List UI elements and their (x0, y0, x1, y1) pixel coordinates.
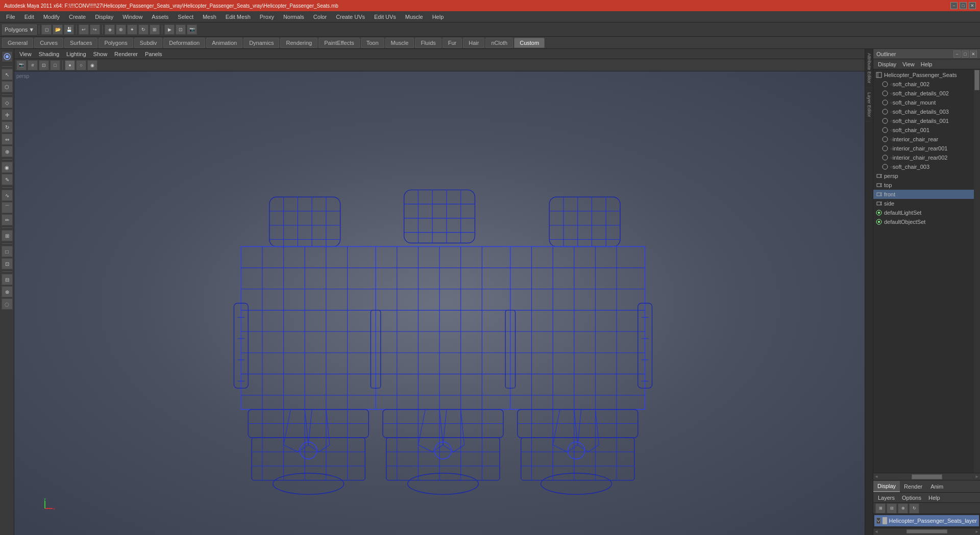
menu-item-edit-mesh[interactable]: Edit Mesh (222, 12, 255, 22)
tree-item-persp[interactable]: persp (873, 171, 974, 181)
outliner-menu-view[interactable]: View (900, 61, 917, 68)
scale-tool[interactable]: ⇔ (2, 134, 13, 145)
tree-item-Helicopter_Passenger_Seats[interactable]: Helicopter_Passenger_Seats (873, 70, 974, 80)
viewport-menu-renderer[interactable]: Renderer (111, 50, 141, 58)
tree-item-soft_chair_001[interactable]: ○ soft_chair_001 (873, 125, 974, 135)
shelf-tab-subdiv[interactable]: Subdiv (134, 38, 163, 48)
scroll-right-arrow[interactable]: ► (975, 474, 979, 479)
shelf-tab-toon[interactable]: Toon (361, 38, 384, 48)
menu-item-create[interactable]: Create (65, 12, 90, 22)
close-button[interactable]: ✕ (969, 2, 976, 9)
menu-item-window[interactable]: Window (118, 12, 146, 22)
select-icon[interactable]: ◈ (105, 24, 115, 35)
shelf-tab-fluids[interactable]: Fluids (415, 38, 441, 48)
tree-item-soft_chair_details_002[interactable]: ○ soft_chair_details_002 (873, 89, 974, 98)
menu-item-file[interactable]: File (2, 12, 19, 22)
mode-dropdown[interactable]: Polygons ▼ (2, 24, 37, 35)
menu-item-display[interactable]: Display (91, 12, 117, 22)
viewport-3d[interactable]: persp .wire { stroke: #1a2aaa; stroke-wi… (14, 71, 865, 535)
shelf-tab-muscle[interactable]: Muscle (385, 38, 414, 48)
snapshot-icon[interactable]: 📷 (187, 24, 197, 35)
menu-item-create-uvs[interactable]: Create UVs (332, 12, 369, 22)
menu-item-proxy[interactable]: Proxy (256, 12, 278, 22)
menu-item-edit[interactable]: Edit (20, 12, 38, 22)
lasso-tool[interactable]: ◇ (2, 97, 13, 108)
outliner-float[interactable]: □ (962, 50, 969, 58)
shelf-tab-dynamics[interactable]: Dynamics (243, 38, 279, 48)
shelf-tab-fur[interactable]: Fur (443, 38, 462, 48)
menu-item-mesh[interactable]: Mesh (199, 12, 220, 22)
vp-wireframe-icon[interactable]: ⊡ (39, 60, 49, 70)
layer-editor-tab[interactable]: Layer Editor (865, 88, 873, 122)
open-scene-icon[interactable]: 📂 (53, 24, 63, 35)
tree-item-soft_chair_mount[interactable]: ○ soft_chair_mount (873, 98, 974, 107)
ipr-icon[interactable]: ⊡ (176, 24, 186, 35)
tree-item-interior_chair_rear[interactable]: ○ interior_chair_rear (873, 135, 974, 144)
pencil-tool[interactable]: ✏ (2, 214, 13, 225)
shelf-tab-animation[interactable]: Animation (206, 38, 242, 48)
menu-item-help[interactable]: Help (428, 12, 448, 22)
tree-item-top[interactable]: top (873, 181, 974, 190)
shelf-tab-deformation[interactable]: Deformation (163, 38, 205, 48)
outliner-vscrollbar-thumb[interactable] (974, 70, 979, 90)
shelf-tab-hair[interactable]: Hair (463, 38, 484, 48)
viewport-menu-view[interactable]: View (16, 50, 35, 58)
layer-scroll-left[interactable]: ◄ (874, 529, 878, 534)
tree-item-front[interactable]: front (873, 190, 974, 199)
layers-menu[interactable]: Layers (875, 494, 897, 501)
layer-options-icon[interactable]: ⊕ (898, 503, 908, 514)
quad-draw[interactable]: ⊟ (2, 274, 13, 285)
scale-icon[interactable]: ⊞ (150, 24, 160, 35)
move-icon[interactable]: ✦ (127, 24, 137, 35)
tree-item-defaultObjectSet[interactable]: defaultObjectSet (873, 217, 974, 226)
lasso-icon[interactable]: ⊕ (116, 24, 126, 35)
layer-item[interactable]: V Helicopter_Passenger_Seats_layer (874, 515, 979, 526)
tree-item-soft_chair_002[interactable]: ○ soft_chair_002 (873, 80, 974, 89)
tree-item-soft_chair_003[interactable]: ○ soft_chair_003 (873, 162, 974, 171)
new-layer-icon[interactable]: ⊞ (875, 503, 886, 514)
undo-icon[interactable]: ↩ (79, 24, 89, 35)
cv-curve-tool[interactable]: ∿ (2, 190, 13, 201)
rotate-tool[interactable]: ↻ (2, 121, 13, 133)
display-tab[interactable]: Display (873, 481, 900, 492)
vp-lit-icon[interactable]: ● (65, 60, 75, 70)
select-tool[interactable]: ↖ (2, 69, 13, 80)
ipr-region[interactable]: ⊡ (2, 258, 13, 269)
viewport-menu-shading[interactable]: Shading (36, 50, 62, 58)
ep-curve-tool[interactable]: ⌒ (2, 202, 13, 213)
shelf-tab-curves[interactable]: Curves (34, 38, 63, 48)
help-menu[interactable]: Help (926, 494, 943, 501)
delete-layer-icon[interactable]: ⊟ (887, 503, 897, 514)
menu-item-muscle[interactable]: Muscle (401, 12, 427, 22)
menu-item-normals[interactable]: Normals (279, 12, 308, 22)
vp-grid-icon[interactable]: # (28, 60, 38, 70)
shelf-tab-custom[interactable]: Custom (514, 38, 545, 48)
home-icon[interactable] (2, 51, 13, 62)
tree-item-soft_chair_details_001[interactable]: ○ soft_chair_details_001 (873, 116, 974, 125)
outliner-hscrollbar[interactable]: ◄ ► (873, 473, 980, 480)
shelf-tab-rendering[interactable]: Rendering (280, 38, 317, 48)
menu-item-color[interactable]: Color (309, 12, 331, 22)
outliner-minimize[interactable]: − (953, 50, 961, 58)
vp-camera-icon[interactable]: 📷 (16, 60, 27, 70)
render-icon[interactable]: ▶ (164, 24, 175, 35)
layer-hscrollbar[interactable]: ◄ ► (873, 528, 980, 535)
shelf-tab-surfaces[interactable]: Surfaces (64, 38, 97, 48)
vp-unlit-icon[interactable]: ○ (76, 60, 86, 70)
menu-item-select[interactable]: Select (174, 12, 198, 22)
layer-refresh-icon[interactable]: ↻ (909, 503, 919, 514)
tree-item-soft_chair_details_003[interactable]: ○ soft_chair_details_003 (873, 107, 974, 116)
render-tab[interactable]: Render (900, 481, 926, 492)
scroll-left-arrow[interactable]: ◄ (874, 474, 878, 479)
viewport-menu-lighting[interactable]: Lighting (63, 50, 89, 58)
sculpt-tool[interactable]: ✎ (2, 174, 13, 185)
menu-item-modify[interactable]: Modify (39, 12, 64, 22)
tree-item-interior_chair_rear001[interactable]: ○ interior_chair_rear001 (873, 144, 974, 153)
vp-smooth-icon[interactable]: □ (50, 60, 60, 70)
redo-icon[interactable]: ↪ (90, 24, 100, 35)
relax[interactable]: ◌ (2, 298, 13, 310)
outliner-vscrollbar[interactable] (974, 69, 980, 473)
viewport-menu-show[interactable]: Show (90, 50, 111, 58)
viewport-menu-panels[interactable]: Panels (142, 50, 165, 58)
outliner-menu-help[interactable]: Help (918, 61, 935, 68)
